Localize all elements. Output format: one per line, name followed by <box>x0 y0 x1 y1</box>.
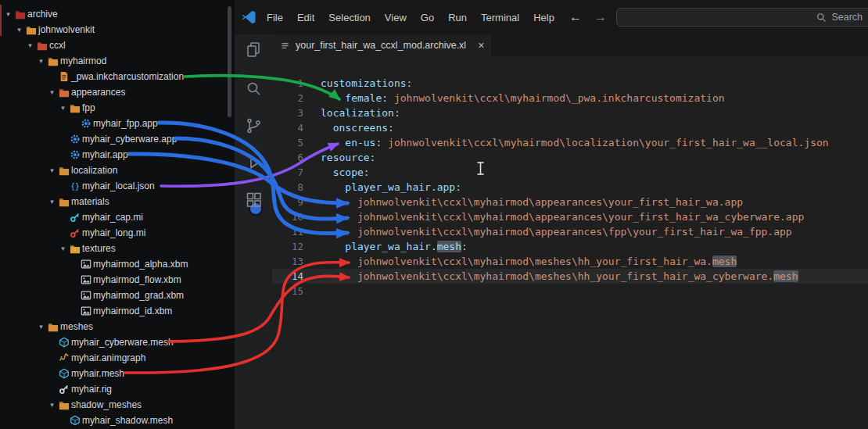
files-icon[interactable] <box>245 41 264 59</box>
tree-item-johnwolvenkit[interactable]: ▾johnwolvenkit <box>0 22 235 38</box>
code-line-7[interactable]: 7 scope: <box>272 165 868 180</box>
key-icon <box>68 227 82 239</box>
tree-item-myhairmod[interactable]: ▾myhairmod <box>0 53 235 69</box>
tree-item-label: myhair.rig <box>71 384 112 395</box>
code-line-9[interactable]: 9 - johnwolvenkit\ccxl\myhairmod\appeara… <box>272 195 868 209</box>
code-line-2[interactable]: 2 female: johnwolvenkit\ccxl\myhairmod\_… <box>272 91 868 105</box>
code-line-14[interactable]: 14 - johnwolvenkit\ccxl\myhairmod\meshes… <box>272 269 868 284</box>
code-line-6[interactable]: 6resource: <box>272 150 868 165</box>
vscode-window: FileEditSelectionViewGoRunTerminalHelp ←… <box>235 0 868 429</box>
tree-item-myhair_cyberware.mesh[interactable]: myhair_cyberware.mesh <box>0 334 235 350</box>
folder-icon <box>68 102 82 114</box>
menu-item-view[interactable]: View <box>378 12 414 23</box>
tree-item-myhair.rig[interactable]: myhair.rig <box>0 381 235 397</box>
tree-item-label: myhairmod_grad.xbm <box>93 290 184 301</box>
chevron-down-icon[interactable]: ▾ <box>47 88 57 96</box>
tree-item-label: myhair_cap.mi <box>82 212 143 223</box>
code-line-5[interactable]: 5 en-us: johnwolvenkit\ccxl\myhairmod\lo… <box>272 135 868 150</box>
tree-item-archive[interactable]: ▾archive <box>0 6 235 22</box>
search-icon <box>816 13 827 23</box>
tree-item-myhair_cap.mi[interactable]: myhair_cap.mi <box>0 209 235 225</box>
svg-text:{}: {} <box>70 182 80 191</box>
tree-item-myhair_fpp.app[interactable]: myhair_fpp.app <box>0 116 235 131</box>
tree-item-myhairmod_flow.xbm[interactable]: myhairmod_flow.xbm <box>0 272 235 288</box>
line-number: 12 <box>272 239 303 254</box>
menu-item-run[interactable]: Run <box>441 12 474 23</box>
activity-bar <box>235 34 272 429</box>
tree-item-label: appearances <box>71 87 125 98</box>
chevron-down-icon[interactable]: ▾ <box>47 198 57 206</box>
line-number: 1 <box>272 76 303 91</box>
code-line-15[interactable]: 15 <box>272 284 868 299</box>
tree-item-_pwa.inkcharcustomization[interactable]: _pwa.inkcharcustomization <box>0 69 235 84</box>
chevron-down-icon[interactable]: ▾ <box>36 323 46 331</box>
code-line-4[interactable]: 4 onscreens: <box>272 120 868 135</box>
tree-item-myhair.animgraph[interactable]: myhair.animgraph <box>0 350 235 366</box>
tree-item-myhair.mesh[interactable]: myhair.mesh <box>0 366 235 381</box>
tree-item-myhairmod_alpha.xbm[interactable]: myhairmod_alpha.xbm <box>0 256 235 272</box>
extensions-icon[interactable] <box>245 191 264 209</box>
chevron-down-icon[interactable]: ▾ <box>36 57 46 65</box>
code-line-12[interactable]: 12 player_wa_hair.mesh: <box>272 239 868 254</box>
folder-icon <box>46 320 60 333</box>
back-button[interactable]: ← <box>569 10 582 24</box>
chevron-down-icon[interactable]: ▾ <box>47 166 57 174</box>
code-line-1[interactable]: 1customizations: <box>272 76 868 91</box>
command-center-search[interactable]: Search <box>616 8 868 27</box>
chevron-down-icon[interactable]: ▾ <box>25 41 35 49</box>
folder-icon <box>57 86 71 98</box>
chevron-down-icon[interactable]: ▾ <box>3 10 13 18</box>
chevron-down-icon[interactable]: ▾ <box>58 104 68 112</box>
tree-item-label: fpp <box>82 102 95 113</box>
line-number: 4 <box>272 120 303 135</box>
menu-item-edit[interactable]: Edit <box>290 12 321 23</box>
tree-item-myhair_cyberware.app[interactable]: myhair_cyberware.app <box>0 131 235 147</box>
tree-item-myhairmod_grad.xbm[interactable]: myhairmod_grad.xbm <box>0 288 235 303</box>
gear-icon <box>79 117 93 130</box>
tree-item-textures[interactable]: ▾textures <box>0 241 235 256</box>
tree-item-myhair_long.mi[interactable]: myhair_long.mi <box>0 225 235 241</box>
tab-close-icon[interactable]: × <box>478 39 484 52</box>
code-line-3[interactable]: 3localization: <box>272 105 868 120</box>
tree-item-appearances[interactable]: ▾appearances <box>0 84 235 100</box>
tree-item-shadow_meshes[interactable]: ▾shadow_meshes <box>0 397 235 413</box>
tree-item-myhair_shadow.mesh[interactable]: myhair_shadow.mesh <box>0 413 235 428</box>
editor-tab[interactable]: your_first_hair_wa_ccxl_mod.archive.xl × <box>272 34 493 56</box>
folder-icon <box>68 242 82 255</box>
code-line-10[interactable]: 10 - johnwolvenkit\ccxl\myhairmod\appear… <box>272 209 868 224</box>
tree-item-myhair.app[interactable]: myhair.app <box>0 147 235 163</box>
forward-button[interactable]: → <box>594 10 607 24</box>
chevron-down-icon[interactable]: ▾ <box>58 245 68 252</box>
editor-group: your_first_hair_wa_ccxl_mod.archive.xl ×… <box>272 34 868 429</box>
code-line-8[interactable]: 8 player_wa_hair.app: <box>272 180 868 195</box>
tree-item-materials[interactable]: ▾materials <box>0 194 235 209</box>
chevron-down-icon[interactable]: ▾ <box>14 26 24 34</box>
menu-item-selection[interactable]: Selection <box>321 12 377 23</box>
line-content: en-us: johnwolvenkit\ccxl\myhairmod\loca… <box>303 135 829 150</box>
folder-icon <box>57 399 71 411</box>
mesh-icon <box>57 367 71 380</box>
tree-item-localization[interactable]: ▾localization <box>0 163 235 178</box>
menu-item-file[interactable]: File <box>260 12 290 23</box>
line-content: female: johnwolvenkit\ccxl\myhairmod\_pw… <box>303 91 725 105</box>
tree-item-ccxl[interactable]: ▾ccxl <box>0 38 235 53</box>
source-control-icon[interactable] <box>245 116 264 135</box>
menu-item-terminal[interactable]: Terminal <box>474 12 526 23</box>
code-line-13[interactable]: 13 - johnwolvenkit\ccxl\myhairmod\meshes… <box>272 254 868 269</box>
tree-item-meshes[interactable]: ▾meshes <box>0 319 235 334</box>
tree-item-myhair_local.json[interactable]: {}myhair_local.json <box>0 178 235 194</box>
tree-item-fpp[interactable]: ▾fpp <box>0 100 235 116</box>
gear-icon <box>68 148 82 161</box>
run-debug-icon[interactable] <box>245 152 264 171</box>
vscode-logo-icon[interactable] <box>241 9 256 25</box>
code-line-11[interactable]: 11 - johnwolvenkit\ccxl\myhairmod\appear… <box>272 224 868 239</box>
explorer-scrollbar[interactable] <box>228 6 231 117</box>
line-number: 3 <box>272 105 303 120</box>
tree-item-label: myhairmod_flow.xbm <box>93 274 181 285</box>
search-icon[interactable] <box>245 80 264 98</box>
chevron-down-icon[interactable]: ▾ <box>47 401 57 409</box>
menu-item-go[interactable]: Go <box>414 12 441 23</box>
code-editor[interactable]: 1customizations:2 female: johnwolvenkit\… <box>272 56 868 429</box>
tree-item-myhairmod_id.xbm[interactable]: myhairmod_id.xbm <box>0 303 235 319</box>
menu-item-help[interactable]: Help <box>526 12 561 23</box>
